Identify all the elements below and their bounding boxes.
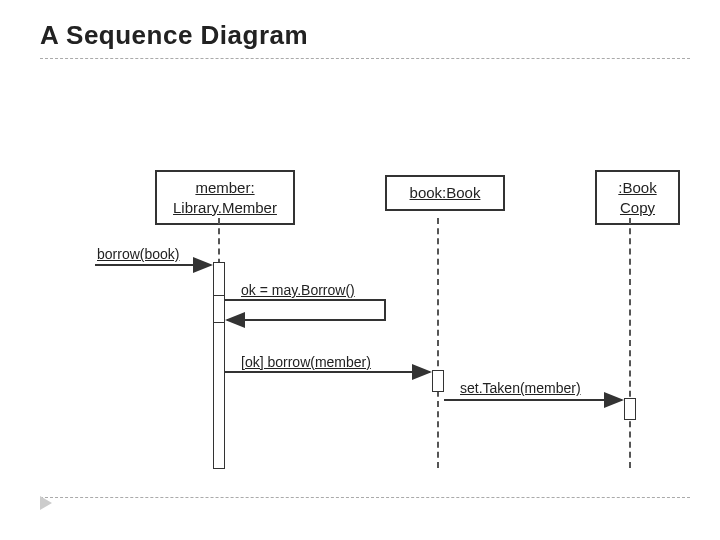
sequence-arrows: [0, 0, 720, 540]
footer-marker-icon: [40, 496, 52, 510]
footer-line: [40, 497, 690, 498]
